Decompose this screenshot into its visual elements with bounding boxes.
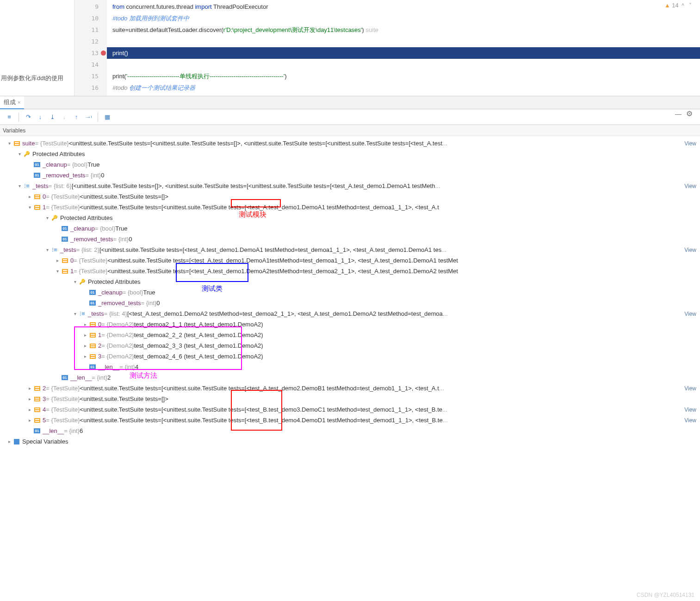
chevron-right-icon[interactable]: ▸ bbox=[81, 332, 89, 338]
object-icon bbox=[33, 193, 41, 200]
line-number: 14 bbox=[74, 59, 107, 70]
line-number: 15 bbox=[74, 70, 107, 82]
variables-tree[interactable]: ▾suite = {TestSuite} <unittest.suite.Tes… bbox=[0, 136, 700, 456]
object-icon bbox=[33, 406, 41, 413]
view-link[interactable]: View bbox=[684, 140, 700, 147]
view-link[interactable]: View bbox=[684, 385, 700, 392]
object-icon bbox=[61, 268, 68, 275]
debug-tabbar: 组成× bbox=[0, 96, 700, 109]
key-icon: 🔑 bbox=[23, 150, 31, 158]
chevron-right-icon[interactable]: ▸ bbox=[26, 194, 33, 199]
force-step-icon[interactable]: ↓ bbox=[59, 112, 70, 123]
code-area[interactable]: ▲ 14 ^ ˅ from concurrent.futures.thread … bbox=[107, 0, 700, 96]
field-icon: 01 bbox=[89, 289, 96, 296]
view-link[interactable]: View bbox=[684, 407, 700, 413]
chevron-right-icon[interactable]: ▸ bbox=[26, 386, 33, 391]
view-link[interactable]: View bbox=[684, 311, 700, 317]
warning-icon: ▲ bbox=[664, 2, 670, 9]
object-icon bbox=[13, 140, 20, 147]
evaluate-icon[interactable]: ▦ bbox=[102, 112, 113, 123]
object-icon bbox=[33, 395, 41, 403]
key-icon: 🔑 bbox=[51, 214, 58, 222]
field-icon: 01 bbox=[61, 374, 68, 382]
chevron-right-icon[interactable]: ▸ bbox=[26, 396, 33, 401]
field-icon: 01 bbox=[89, 300, 96, 307]
object-icon bbox=[89, 332, 96, 339]
field-icon: 01 bbox=[33, 427, 41, 435]
list-icon: ⁝≡ bbox=[23, 182, 31, 190]
line-number: 12 bbox=[74, 36, 107, 47]
variables-header: Variables bbox=[0, 125, 700, 136]
chevron-right-icon[interactable]: ▸ bbox=[6, 439, 13, 444]
line-number: 9 bbox=[74, 1, 107, 13]
object-icon bbox=[89, 353, 96, 360]
debug-toolbar: ≡ ↷ ↓ ⤓ ↓ ↑ →I ▦ bbox=[0, 109, 700, 125]
object-icon bbox=[33, 204, 41, 211]
step-into-icon[interactable]: ↓ bbox=[35, 112, 46, 123]
chevron-right-icon[interactable]: ▸ bbox=[26, 418, 33, 423]
close-icon[interactable]: × bbox=[18, 100, 20, 105]
object-icon bbox=[89, 321, 96, 328]
chevron-down-icon[interactable]: ▾ bbox=[16, 151, 23, 157]
chevron-down-icon[interactable]: ▾ bbox=[43, 215, 51, 220]
minimize-icon[interactable]: — bbox=[675, 110, 681, 118]
step-over-icon[interactable]: ↷ bbox=[23, 112, 34, 123]
chevron-right-icon[interactable]: ▸ bbox=[26, 407, 33, 412]
inspection-summary[interactable]: ▲ 14 ^ ˅ bbox=[664, 2, 692, 9]
key-icon: 🔑 bbox=[79, 278, 86, 286]
chevron-right-icon[interactable]: ▸ bbox=[81, 343, 89, 348]
chevron-down-icon[interactable]: ▾ bbox=[26, 205, 33, 210]
tab-组成[interactable]: 组成× bbox=[0, 96, 24, 109]
special-icon bbox=[13, 438, 20, 445]
field-icon: 01 bbox=[61, 225, 68, 232]
chevron-down-icon[interactable]: ▾ bbox=[43, 247, 51, 252]
field-icon: 01 bbox=[89, 363, 96, 371]
chevron-down-icon[interactable]: ▾ bbox=[54, 269, 61, 274]
field-icon: 01 bbox=[33, 172, 41, 179]
breakpoint-line[interactable]: 13 bbox=[74, 47, 107, 59]
gear-icon[interactable]: ⚙ bbox=[686, 109, 693, 118]
chevron-right-icon[interactable]: ▸ bbox=[81, 354, 89, 359]
object-icon bbox=[33, 385, 41, 392]
step-out-icon[interactable]: ↑ bbox=[71, 112, 82, 123]
code-editor: 用例参数化库ddt的使用 9 10 11 12 13 14 15 16 ▲ 14… bbox=[0, 0, 700, 96]
chevron-right-icon[interactable]: ▸ bbox=[81, 322, 89, 327]
stack-icon[interactable]: ≡ bbox=[4, 112, 15, 123]
gutter: 9 10 11 12 13 14 15 16 bbox=[74, 0, 107, 96]
chevron-down-icon[interactable]: ▾ bbox=[16, 183, 23, 188]
chevron-down-icon[interactable]: ▾ bbox=[71, 311, 79, 316]
chevron-down-icon[interactable]: ▾ bbox=[6, 141, 13, 146]
line-number: 11 bbox=[74, 24, 107, 36]
list-icon: ⁝≡ bbox=[51, 246, 58, 254]
field-icon: 01 bbox=[33, 161, 41, 169]
object-icon bbox=[89, 342, 96, 350]
object-icon bbox=[61, 257, 68, 264]
chevron-right-icon[interactable]: ▸ bbox=[54, 258, 61, 263]
object-icon bbox=[33, 417, 41, 424]
chevron-down-icon[interactable]: ▾ bbox=[71, 279, 79, 284]
view-link[interactable]: View bbox=[684, 247, 700, 253]
line-number: 10 bbox=[74, 13, 107, 24]
run-to-cursor-icon[interactable]: →I bbox=[83, 112, 94, 123]
view-link[interactable]: View bbox=[684, 183, 700, 189]
line-number: 16 bbox=[74, 82, 107, 94]
view-link[interactable]: View bbox=[684, 417, 700, 424]
field-icon: 01 bbox=[61, 236, 68, 243]
list-icon: ⁝≡ bbox=[79, 310, 86, 318]
step-into-my-icon[interactable]: ⤓ bbox=[47, 112, 58, 123]
project-pane: 用例参数化库ddt的使用 bbox=[0, 0, 74, 96]
